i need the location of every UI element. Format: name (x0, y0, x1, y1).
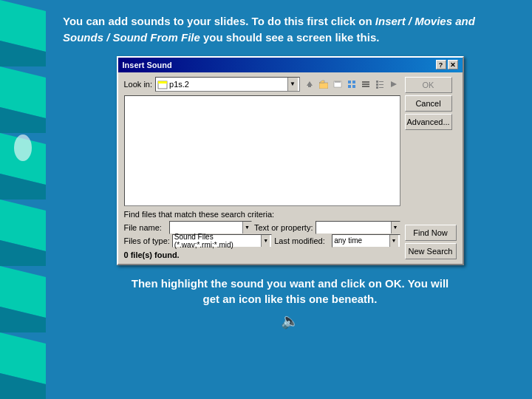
cancel-button[interactable]: Cancel (405, 95, 452, 112)
left-ribbon-decoration (0, 0, 46, 399)
look-in-row: Look in: p1s.2 ▼ (124, 77, 400, 92)
advanced-button[interactable]: Advanced... (405, 114, 452, 130)
new-search-button[interactable]: New Search (405, 243, 457, 259)
svg-marker-24 (391, 81, 397, 87)
svg-rect-22 (376, 86, 378, 89)
svg-rect-11 (348, 81, 351, 83)
main-content: You can add sounds to your slides. To do… (48, 0, 532, 399)
toolbar-view3-icon[interactable] (373, 78, 386, 91)
search-section: Find files that match these search crite… (124, 210, 400, 259)
last-modified-dropdown-arrow[interactable]: ▼ (389, 235, 398, 247)
file-browser-area (124, 95, 400, 206)
dialog-wrapper: Insert Sound ? ✕ Look in: (63, 56, 517, 265)
dialog-close-button[interactable]: ✕ (448, 60, 458, 69)
toolbar-view1-icon[interactable] (345, 78, 358, 91)
svg-rect-12 (352, 81, 355, 83)
intro-part1: You can add sounds to your slides. To do… (63, 15, 375, 27)
find-now-button[interactable]: Find Now (405, 225, 457, 241)
svg-rect-6 (308, 86, 311, 87)
toolbar-preview-icon[interactable] (387, 78, 400, 91)
toolbar-view2-icon[interactable] (359, 78, 372, 91)
dialog-controls: ? ✕ (436, 60, 458, 69)
last-modified-value: any time (334, 236, 389, 245)
text-or-property-label: Text or property: (254, 223, 313, 232)
svg-rect-21 (379, 84, 383, 85)
text-property-dropdown-arrow[interactable]: ▼ (391, 222, 400, 233)
look-in-value: p1s.2 (169, 80, 287, 89)
ok-button[interactable]: OK (405, 77, 452, 93)
intro-text: You can add sounds to your slides. To do… (63, 13, 517, 46)
dialog-left-section: Look in: p1s.2 ▼ (124, 77, 400, 259)
intro-part2: you should see a screen like this. (200, 31, 380, 44)
svg-rect-14 (352, 85, 355, 88)
svg-rect-5 (158, 81, 167, 83)
toolbar-up-icon[interactable] (303, 78, 316, 91)
file-name-row: File name: ▼ Text or property: ▼ (124, 221, 400, 234)
dialog-body: Look in: p1s.2 ▼ (118, 72, 463, 264)
dialog-titlebar: Insert Sound ? ✕ (118, 58, 463, 72)
files-of-type-value: Sound Files (*.wav;*.rmi;*.mid) (174, 233, 261, 249)
svg-rect-19 (379, 81, 383, 82)
toolbar-folder-icon[interactable] (317, 78, 330, 91)
files-of-type-label: Files of type: (124, 236, 170, 245)
bottom-text-line1: Then highlight the sound you want and cl… (63, 276, 517, 292)
dialog-right-buttons: OK Cancel Advanced... Find Now New Searc… (405, 77, 457, 259)
file-name-dropdown-arrow[interactable]: ▼ (242, 222, 251, 233)
insert-sound-dialog: Insert Sound ? ✕ Look in: (117, 56, 464, 265)
svg-marker-8 (319, 81, 324, 83)
look-in-label: Look in: (124, 80, 153, 89)
svg-rect-2 (0, 0, 46, 399)
toolbar-icons (303, 78, 400, 91)
speaker-symbol: 🔈 (281, 313, 299, 329)
bottom-text: Then highlight the sound you want and cl… (63, 276, 517, 308)
svg-point-3 (14, 134, 32, 161)
look-in-combo[interactable]: p1s.2 ▼ (155, 77, 299, 92)
files-type-dropdown-arrow[interactable]: ▼ (261, 235, 270, 247)
svg-rect-23 (379, 87, 383, 88)
bottom-text-line2: get an icon like this one beneath. (63, 291, 517, 307)
svg-rect-20 (376, 83, 378, 86)
svg-rect-7 (319, 83, 328, 89)
dialog-help-button[interactable]: ? (436, 60, 446, 69)
look-in-dropdown-arrow[interactable]: ▼ (287, 78, 298, 91)
files-of-type-row: Files of type: Sound Files (*.wav;*.rmi;… (124, 234, 400, 248)
search-criteria-label: Find files that match these search crite… (124, 210, 400, 219)
dialog-title: Insert Sound (123, 61, 172, 69)
toolbar-delete-icon[interactable] (331, 78, 344, 91)
speaker-icon: 🔈 (63, 312, 517, 330)
svg-rect-18 (376, 81, 378, 83)
svg-rect-13 (348, 85, 351, 88)
files-found-label: 0 file(s) found. (124, 250, 400, 259)
file-name-label: File name: (124, 223, 167, 232)
last-modified-label: Last modified: (274, 236, 330, 245)
